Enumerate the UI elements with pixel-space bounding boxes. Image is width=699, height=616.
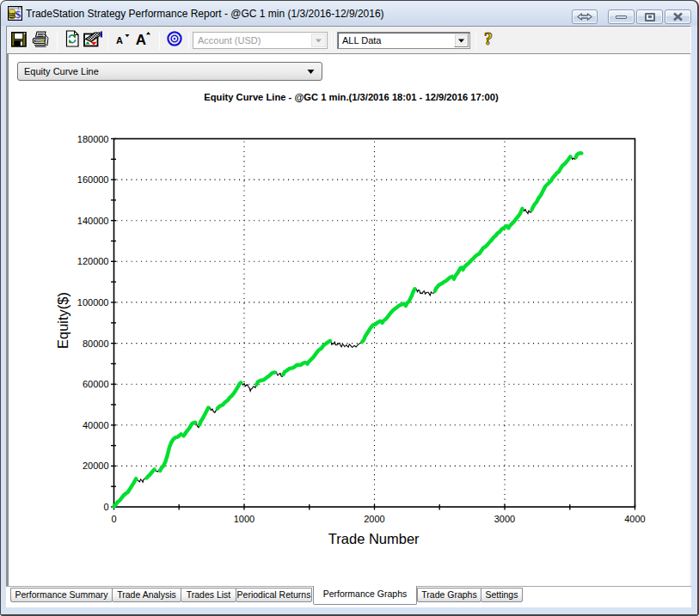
svg-text:80000: 80000	[83, 338, 109, 349]
svg-text:40000: 40000	[83, 420, 109, 430]
svg-text:140000: 140000	[77, 216, 109, 226]
svg-text:1000: 1000	[234, 514, 254, 524]
svg-text:?: ?	[484, 31, 493, 48]
svg-text:Equity($): Equity($)	[55, 292, 71, 349]
svg-text:Trade Number: Trade Number	[328, 531, 420, 546]
svg-text:2000: 2000	[364, 514, 384, 524]
svg-text:20000: 20000	[83, 460, 109, 471]
svg-text:0: 0	[111, 514, 116, 524]
svg-text:Equity Curve Line - @GC 1 min.: Equity Curve Line - @GC 1 min.(1/3/2016 …	[204, 92, 499, 102]
svg-text:4000: 4000	[624, 514, 645, 524]
svg-text:100000: 100000	[77, 297, 109, 308]
svg-text:120000: 120000	[77, 256, 109, 266]
svg-text:60000: 60000	[83, 379, 109, 389]
svg-text:3000: 3000	[494, 514, 515, 524]
svg-text:A: A	[136, 32, 146, 46]
svg-text:180000: 180000	[77, 134, 109, 144]
svg-text:0: 0	[103, 502, 108, 512]
svg-text:A: A	[116, 35, 123, 46]
svg-text:160000: 160000	[77, 174, 109, 185]
svg-text:$: $	[15, 8, 21, 21]
